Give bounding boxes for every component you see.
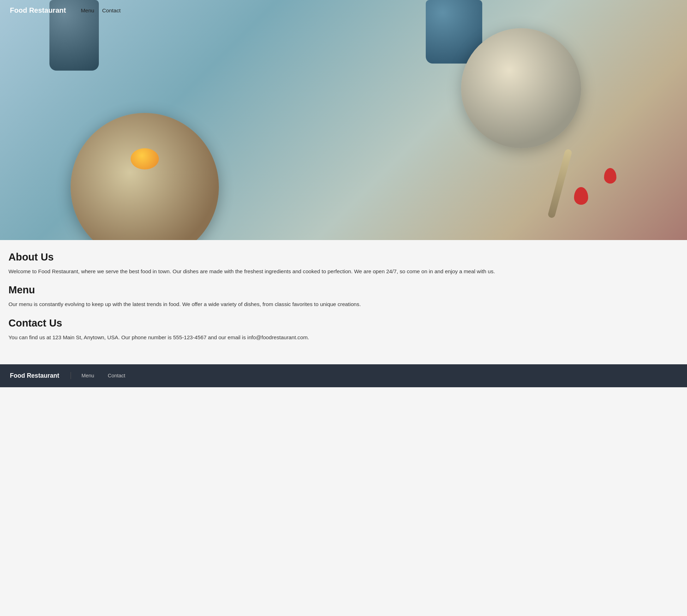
contact-body: You can find us at 123 Main St, Anytown,… [8,333,679,342]
about-section: About Us Welcome to Food Restaurant, whe… [8,251,679,276]
footer-menu-link[interactable]: Menu [82,373,94,378]
header-brand[interactable]: Food Restaurant [10,6,66,14]
strawberry2-decoration [604,168,616,184]
strawberry-decoration [574,187,588,205]
footer-divider [71,372,71,379]
orange-decoration [131,148,159,169]
bowl-right-decoration [461,28,581,148]
menu-title: Menu [8,284,679,296]
menu-body: Our menu is constantly evolving to keep … [8,300,679,309]
menu-section: Menu Our menu is constantly evolving to … [8,284,679,309]
nav-menu-link[interactable]: Menu [81,7,94,13]
contact-title: Contact Us [8,317,679,329]
bowl-left-decoration [71,113,219,240]
spoon-decoration [547,149,572,219]
about-body: Welcome to Food Restaurant, where we ser… [8,267,679,276]
footer-nav: Menu Contact [75,372,131,379]
main-nav: Menu Contact [74,7,121,14]
footer-brand: Food Restaurant [10,372,59,379]
main-content: About Us Welcome to Food Restaurant, whe… [0,240,687,364]
hero-section [0,0,687,240]
footer: Food Restaurant Menu Contact [0,364,687,387]
contact-section: Contact Us You can find us at 123 Main S… [8,317,679,342]
footer-contact-link[interactable]: Contact [108,373,125,378]
nav-contact-link[interactable]: Contact [102,7,120,13]
about-title: About Us [8,251,679,263]
hero-background [0,0,687,240]
header: Food Restaurant Menu Contact [0,0,687,21]
